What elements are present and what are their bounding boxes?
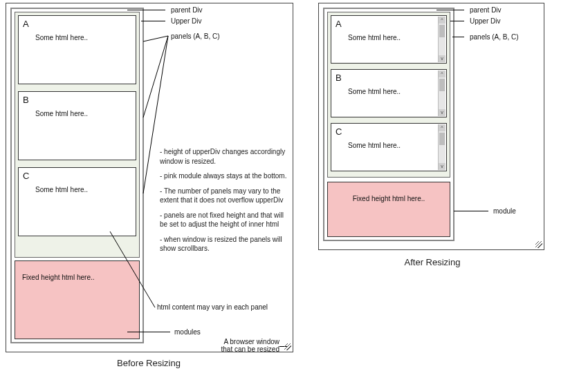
panel-tag: B [23,95,29,105]
leader-line [127,10,165,10]
module-before: Fixed height html here.. [15,260,140,339]
label-modules: modules [174,328,201,336]
panel-body: Some html here.. [35,186,88,193]
module-text: Fixed height html here.. [353,195,425,202]
label-module: module [493,207,516,215]
caption-before: Before Resizing [80,358,218,368]
panel-body: Some html here.. [35,34,88,41]
panel-b-before: B Some html here.. [18,91,136,160]
parent-div-after: A Some html here.. ^ v B Some html here.… [323,8,454,241]
svg-line-1 [143,36,168,117]
label-html-vary: html content may vary in each panel [157,303,268,311]
panel-a-after: A Some html here.. ^ v [331,15,447,64]
label-panels: panels (A, B, C) [171,32,220,40]
scroll-thumb[interactable] [439,79,445,91]
label-upper-div: Upper Div [171,17,201,25]
scroll-thumb[interactable] [439,25,445,37]
panel-tag: A [336,19,342,29]
leader-line [452,37,464,37]
leader-line [127,332,170,332]
panel-body: Some html here.. [348,88,401,95]
label-panels: panels (A, B, C) [470,33,519,41]
scrollbar[interactable]: ^ v [438,70,445,116]
note-line: - pink module always stays at the bottom… [160,171,288,181]
notes-block: - height of upperDiv changes accordingly… [160,147,288,259]
note-line: - panels are not fixed height and that w… [160,211,288,229]
panel-body: Some html here.. [348,34,401,41]
leader-line [450,21,464,21]
leader-line [437,10,464,10]
module-after: Fixed height html here.. [327,182,450,237]
scroll-down-icon[interactable]: v [439,109,445,116]
leader-line [141,21,165,21]
panel-body: Some html here.. [35,110,88,117]
upper-div-before: A Some html here.. B Some html here.. C … [15,12,140,258]
caption-after: After Resizing [363,257,502,267]
note-line: - The number of panels may vary to the e… [160,187,288,205]
panel-a-before: A Some html here.. [18,15,136,84]
scroll-up-icon[interactable]: ^ [439,124,445,131]
scroll-down-icon[interactable]: v [439,55,445,62]
svg-line-0 [143,36,168,41]
panel-body: Some html here.. [348,142,401,149]
note-line: - height of upperDiv changes accordingly… [160,147,288,166]
upper-div-after: A Some html here.. ^ v B Some html here.… [327,12,450,178]
note-line: - when window is resized the panels will… [160,235,288,254]
leader-line [279,346,288,347]
scroll-up-icon[interactable]: ^ [439,70,445,77]
parent-div-before: A Some html here.. B Some html here.. C … [10,8,144,343]
label-upper-div: Upper Div [470,17,500,25]
panel-tag: C [23,171,29,181]
scroll-up-icon[interactable]: ^ [439,17,445,23]
browser-window-before: A Some html here.. B Some html here.. C … [6,3,293,352]
leader-line [454,211,488,211]
panel-c-before: C Some html here.. [18,167,136,236]
label-parent-div: parent Div [171,6,203,14]
panel-tag: A [23,19,29,29]
browser-window-after: A Some html here.. ^ v B Some html here.… [318,3,544,250]
panel-b-after: B Some html here.. ^ v [331,69,447,117]
label-resize-window: A browser window that can be resized [214,338,279,353]
scrollbar[interactable]: ^ v [438,124,445,170]
scroll-down-icon[interactable]: v [439,163,445,170]
panel-tag: B [336,73,342,83]
panel-c-after: C Some html here.. ^ v [331,123,447,171]
label-parent-div: parent Div [470,6,502,14]
scroll-thumb[interactable] [439,133,445,145]
panel-tag: C [336,126,342,137]
module-text: Fixed height html here.. [22,274,95,281]
scrollbar[interactable]: ^ v [438,17,445,62]
